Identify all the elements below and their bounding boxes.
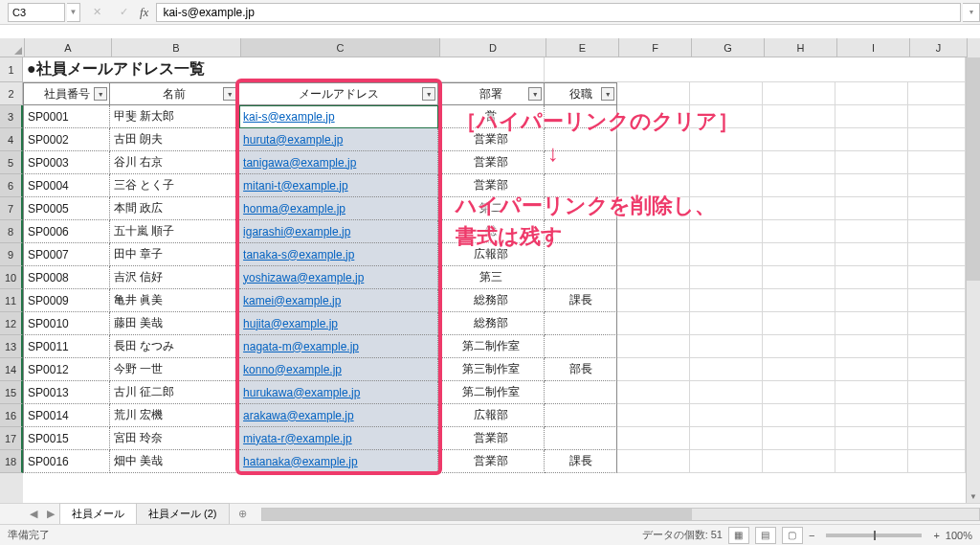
cell-r14-c5[interactable] <box>617 358 690 381</box>
cell-r18-c9[interactable] <box>908 450 966 473</box>
formula-input[interactable]: kai-s@example.jp <box>156 3 961 22</box>
cell-r4-c7[interactable] <box>763 128 835 151</box>
col-header-I[interactable]: I <box>837 38 910 57</box>
cell-r10-c1[interactable]: 吉沢 信好 <box>110 266 239 289</box>
cell-r15-c3[interactable]: 第二制作室 <box>438 381 545 404</box>
cell-r17-c4[interactable] <box>545 427 617 450</box>
cell-r6-c2[interactable]: mitani-t@example.jp <box>239 174 438 197</box>
cell-r13-c4[interactable] <box>545 335 617 358</box>
cell-r3-c8[interactable] <box>835 105 908 128</box>
cell-r9-c3[interactable]: 広報部 <box>438 243 545 266</box>
cell-r10-c2[interactable]: yoshizawa@example.jp <box>239 266 438 289</box>
cell-r5-c5[interactable] <box>617 151 690 174</box>
cell-r9-c6[interactable] <box>690 243 763 266</box>
cell-r8-c5[interactable] <box>617 220 690 243</box>
cell-r15-c1[interactable]: 古川 征二郎 <box>110 381 239 404</box>
cell-r11-c8[interactable] <box>835 289 908 312</box>
id-header[interactable]: 社員番号▼ <box>23 82 110 105</box>
cell-r4-c8[interactable] <box>835 128 908 151</box>
cell-r6-c4[interactable] <box>545 174 617 197</box>
row-header-6[interactable]: 6 <box>0 174 23 197</box>
row-header-10[interactable]: 10 <box>0 266 23 289</box>
cell-r12-c5[interactable] <box>617 312 690 335</box>
cell-r12-c4[interactable] <box>545 312 617 335</box>
filter-icon[interactable]: ▼ <box>223 87 236 101</box>
cell-r9-c2[interactable]: tanaka-s@example.jp <box>239 243 438 266</box>
cell-r15-c7[interactable] <box>763 381 835 404</box>
cell-r3-c6[interactable] <box>690 105 763 128</box>
cell-r14-c7[interactable] <box>763 358 835 381</box>
sheet-tab-active[interactable]: 社員メール <box>59 503 137 526</box>
cell-r3-c2[interactable]: kai-s@example.jp <box>239 105 438 128</box>
cell-r5-c9[interactable] <box>908 151 966 174</box>
cell-r18-c3[interactable]: 営業部 <box>438 450 545 473</box>
cell-r15-c2[interactable]: hurukawa@example.jp <box>239 381 438 404</box>
cell-r4-c4[interactable] <box>545 128 617 151</box>
cell-r5-c3[interactable]: 営業部 <box>438 151 545 174</box>
cell-r16-c8[interactable] <box>835 404 908 427</box>
tab-nav-next-icon[interactable]: ▶ <box>42 506 59 523</box>
col-header-D[interactable]: D <box>440 38 546 57</box>
row-header-11[interactable]: 11 <box>0 289 23 312</box>
cell-r13-c6[interactable] <box>690 335 763 358</box>
row-header-5[interactable]: 5 <box>0 151 23 174</box>
cell-r18-c0[interactable]: SP0016 <box>23 450 110 473</box>
cell-r16-c1[interactable]: 荒川 宏機 <box>110 404 239 427</box>
cell-r10-c4[interactable] <box>545 266 617 289</box>
cell-r10-c3[interactable]: 第三 <box>438 266 545 289</box>
cell-r10-c6[interactable] <box>690 266 763 289</box>
cell-r15-c0[interactable]: SP0013 <box>23 381 110 404</box>
row-header-18[interactable]: 18 <box>0 450 23 473</box>
cell-r9-c9[interactable] <box>908 243 966 266</box>
cell-r8-c4[interactable] <box>545 220 617 243</box>
new-sheet-icon[interactable]: ⊕ <box>233 506 254 523</box>
cell-r14-c6[interactable] <box>690 358 763 381</box>
hyperlink[interactable]: tanigawa@example.jp <box>243 156 356 170</box>
cell-r17-c6[interactable] <box>690 427 763 450</box>
cell-r8-c6[interactable] <box>690 220 763 243</box>
cell-r9-c8[interactable] <box>835 243 908 266</box>
cell-r5-c7[interactable] <box>763 151 835 174</box>
col-header-A[interactable]: A <box>25 38 112 57</box>
cell-r9-c4[interactable] <box>545 243 617 266</box>
cell-r15-c4[interactable] <box>545 381 617 404</box>
zoom-slider[interactable] <box>826 534 922 537</box>
cell-r8-c0[interactable]: SP0006 <box>23 220 110 243</box>
cell-r12-c1[interactable]: 藤田 美哉 <box>110 312 239 335</box>
cell-r12-c2[interactable]: hujita@example.jp <box>239 312 438 335</box>
row-header-3[interactable]: 3 <box>0 105 23 128</box>
cell-r16-c4[interactable] <box>545 404 617 427</box>
cell-r16-c5[interactable] <box>617 404 690 427</box>
horizontal-scrollbar[interactable] <box>261 508 981 521</box>
cell-r11-c5[interactable] <box>617 289 690 312</box>
cell-r14-c8[interactable] <box>835 358 908 381</box>
cell-r18-c5[interactable] <box>617 450 690 473</box>
cell-r5-c0[interactable]: SP0003 <box>23 151 110 174</box>
cell-r11-c1[interactable]: 亀井 眞美 <box>110 289 239 312</box>
row-header-15[interactable]: 15 <box>0 381 23 404</box>
cell-r9-c0[interactable]: SP0007 <box>23 243 110 266</box>
cell-r6-c6[interactable] <box>690 174 763 197</box>
cell-r7-c6[interactable] <box>690 197 763 220</box>
cell-r8-c2[interactable]: igarashi@example.jp <box>239 220 438 243</box>
cell-r3-c7[interactable] <box>763 105 835 128</box>
cell-r4-c9[interactable] <box>908 128 966 151</box>
cell-r12-c8[interactable] <box>835 312 908 335</box>
cell-r4-c1[interactable]: 古田 朗夫 <box>110 128 239 151</box>
row-header-9[interactable]: 9 <box>0 243 23 266</box>
hyperlink[interactable]: arakawa@example.jp <box>243 409 354 422</box>
cell-r17-c0[interactable]: SP0015 <box>23 427 110 450</box>
cell-r7-c2[interactable]: honma@example.jp <box>239 197 438 220</box>
dept-header[interactable]: 部署▼ <box>438 82 545 105</box>
tab-nav-prev-icon[interactable]: ◀ <box>25 506 42 523</box>
cell-r12-c6[interactable] <box>690 312 763 335</box>
cell-r11-c3[interactable]: 総務部 <box>438 289 545 312</box>
row-header-1[interactable]: 1 <box>0 57 23 82</box>
cell-r13-c8[interactable] <box>835 335 908 358</box>
hyperlink[interactable]: nagata-m@example.jp <box>243 340 359 353</box>
zoom-out-icon[interactable]: − <box>809 530 814 541</box>
hyperlink[interactable]: hurukawa@example.jp <box>243 386 360 399</box>
cell-r4-c2[interactable]: huruta@example.jp <box>239 128 438 151</box>
filter-icon[interactable]: ▼ <box>94 87 107 101</box>
hyperlink[interactable]: hatanaka@example.jp <box>243 455 358 468</box>
